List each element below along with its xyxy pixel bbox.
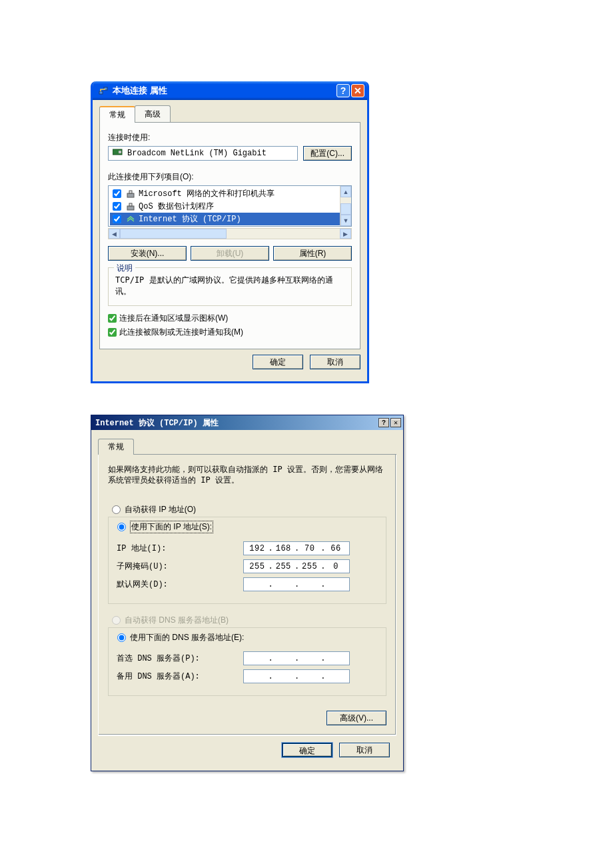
scroll-up-icon[interactable]: ▲ [340, 186, 351, 197]
cancel-button[interactable]: 取消 [310, 355, 360, 369]
scroll-down-icon[interactable]: ▼ [340, 215, 351, 226]
auto-dns-label: 自动获得 DNS 服务器地址(B) [125, 615, 229, 626]
list-item[interactable]: QoS 数据包计划程序 [110, 200, 350, 213]
install-button[interactable]: 安装(N)... [108, 246, 187, 261]
show-icon-checkbox[interactable] [108, 314, 117, 323]
service-icon [125, 189, 136, 199]
auto-ip-label: 自动获得 IP 地址(O) [125, 504, 196, 515]
preferred-dns-label: 首选 DNS 服务器(P): [117, 653, 243, 664]
default-gateway-input[interactable]: . . . [243, 577, 350, 591]
notify-limited-label: 此连接被限制或无连接时通知我(M) [119, 327, 243, 338]
tabs: 常规 [98, 438, 396, 455]
tab-general[interactable]: 常规 [99, 106, 135, 123]
window-title: 本地连接 属性 [113, 85, 335, 97]
auto-dns-radio [112, 616, 121, 625]
ok-button[interactable]: 确定 [282, 743, 332, 757]
uninstall-button: 卸载(U) [191, 246, 269, 261]
list-item-selected[interactable]: Internet 协议 (TCP/IP) [110, 213, 350, 225]
adapter-field: Broadcom NetLink (TM) Gigabit [108, 146, 298, 161]
tab-advanced[interactable]: 高级 [135, 105, 171, 122]
scroll-thumb[interactable] [340, 203, 351, 215]
tcpip-properties-dialog: Internet 协议 (TCP/IP) 属性 ? ✕ 常规 如果网络支持此功能… [91, 415, 404, 771]
vertical-scrollbar[interactable]: ▲ ▼ [340, 186, 351, 226]
svg-rect-7 [129, 203, 132, 206]
preferred-dns-input[interactable]: . . . [243, 651, 350, 665]
subnet-mask-input[interactable]: 255. 255. 255. 0 [243, 559, 350, 573]
horizontal-scrollbar[interactable]: ◀ ▶ [108, 228, 352, 239]
help-button[interactable]: ? [378, 418, 389, 427]
advanced-button[interactable]: 高级(V)... [326, 711, 386, 725]
description-text: TCP/IP 是默认的广域网协议。它提供跨越多种互联网络的通讯。 [115, 275, 344, 297]
items-label: 此连接使用下列项目(O): [108, 171, 352, 183]
use-ip-label: 使用下面的 IP 地址(S): [130, 521, 213, 533]
svg-rect-6 [127, 206, 134, 210]
svg-rect-3 [119, 151, 121, 153]
item-label: Microsoft 网络的文件和打印机共享 [139, 188, 275, 199]
intro-text: 如果网络支持此功能，则可以获取自动指派的 IP 设置。否则，您需要从网络系统管理… [108, 464, 386, 485]
tab-panel-general: 如果网络支持此功能，则可以获取自动指派的 IP 设置。否则，您需要从网络系统管理… [98, 455, 396, 735]
item-label: QoS 数据包计划程序 [139, 201, 214, 212]
titlebar[interactable]: Internet 协议 (TCP/IP) 属性 ? ✕ [91, 415, 403, 430]
close-button[interactable]: ✕ [390, 418, 401, 427]
window-title: Internet 协议 (TCP/IP) 属性 [95, 417, 377, 429]
tab-general[interactable]: 常规 [98, 439, 134, 455]
notify-limited-checkbox[interactable] [108, 328, 117, 337]
protocol-icon [125, 214, 136, 225]
items-listbox[interactable]: Microsoft 网络的文件和打印机共享 QoS 数据包计划程序 Intern… [108, 185, 352, 227]
ip-address-input[interactable]: 192. 168. 70. 66 [243, 541, 350, 555]
dns-settings-group: 使用下面的 DNS 服务器地址(E): 首选 DNS 服务器(P): . . . [108, 627, 386, 696]
item-label: Internet 协议 (TCP/IP) [139, 213, 241, 225]
use-dns-label: 使用下面的 DNS 服务器地址(E): [130, 632, 244, 643]
ok-button[interactable]: 确定 [253, 355, 303, 369]
svg-rect-5 [129, 191, 132, 193]
item-checkbox[interactable] [113, 189, 121, 198]
titlebar[interactable]: 本地连接 属性 ? ✕ [93, 81, 367, 100]
configure-button[interactable]: 配置(C)... [303, 146, 352, 161]
alternate-dns-input[interactable]: . . . [243, 669, 350, 683]
connect-using-label: 连接时使用: [108, 132, 352, 143]
svg-rect-4 [127, 193, 134, 197]
tabs: 常规 高级 [99, 105, 360, 123]
description-group: 说明 TCP/IP 是默认的广域网协议。它提供跨越多种互联网络的通讯。 [108, 267, 352, 306]
local-area-connection-properties-dialog: 本地连接 属性 ? ✕ 常规 高级 连接时使用: Broadcom NetLin… [91, 81, 369, 383]
list-item[interactable]: Microsoft 网络的文件和打印机共享 [110, 187, 350, 200]
scroll-left-icon[interactable]: ◀ [109, 229, 120, 239]
properties-button[interactable]: 属性(R) [273, 246, 352, 261]
use-dns-radio[interactable] [117, 633, 126, 642]
adapter-name: Broadcom NetLink (TM) Gigabit [127, 149, 267, 158]
item-checkbox[interactable] [113, 215, 121, 223]
subnet-mask-label: 子网掩码(U): [117, 561, 243, 572]
description-title: 说明 [114, 263, 135, 274]
nic-icon [113, 148, 123, 159]
item-checkbox[interactable] [113, 202, 121, 211]
ip-address-label: IP 地址(I): [117, 543, 243, 554]
tab-panel-general: 连接时使用: Broadcom NetLink (TM) Gigabit 配置(… [99, 123, 360, 349]
use-ip-radio[interactable] [117, 523, 126, 531]
alternate-dns-label: 备用 DNS 服务器(A): [117, 671, 243, 682]
connection-icon [98, 85, 109, 96]
ip-settings-group: 使用下面的 IP 地址(S): IP 地址(I): 192. 168. 70. … [108, 517, 386, 604]
scroll-right-icon[interactable]: ▶ [340, 229, 351, 239]
cancel-button[interactable]: 取消 [339, 743, 390, 757]
scroll-thumb[interactable] [120, 229, 227, 239]
help-button[interactable]: ? [336, 84, 350, 97]
close-button[interactable]: ✕ [351, 84, 364, 97]
service-icon [125, 201, 136, 212]
default-gateway-label: 默认网关(D): [117, 579, 243, 590]
show-icon-label: 连接后在通知区域显示图标(W) [119, 313, 228, 324]
svg-rect-0 [99, 91, 103, 94]
auto-ip-radio[interactable] [112, 505, 121, 514]
